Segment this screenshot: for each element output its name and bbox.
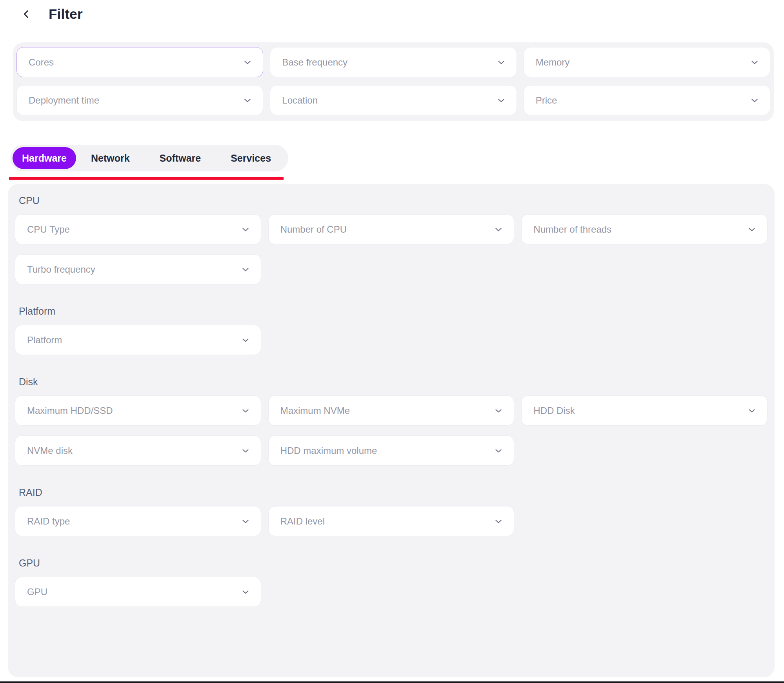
dropdown-maximum-hdd-ssd[interactable]: Maximum HDD/SSD [15, 395, 261, 426]
chevron-down-icon [240, 406, 251, 416]
dropdown-number-of-cpu[interactable]: Number of CPU [268, 214, 515, 244]
chevron-down-icon [240, 335, 251, 345]
chevron-down-icon [747, 406, 757, 416]
chevron-down-icon [749, 95, 760, 106]
dropdown-raid-level[interactable]: RAID level [268, 506, 515, 536]
dropdown-turbo-frequency[interactable]: Turbo frequency [15, 254, 261, 284]
dropdown-nvme-disk[interactable]: NVMe disk [15, 435, 261, 466]
section-cpu: CPU CPU Type Number of CPU Number of thr… [15, 196, 768, 284]
chevron-down-icon [496, 95, 506, 106]
chevron-down-icon [747, 224, 757, 235]
section-platform: Platform Platform [15, 306, 768, 355]
chevron-down-icon [493, 516, 504, 526]
dropdown-number-of-threads[interactable]: Number of threads [521, 214, 768, 244]
section-title: RAID [19, 488, 768, 497]
tab-services[interactable]: Services [216, 147, 286, 169]
section-title: Platform [19, 306, 768, 316]
chevron-down-icon [493, 224, 504, 235]
dropdown-platform[interactable]: Platform [15, 325, 261, 355]
chevron-down-icon [240, 516, 251, 526]
tab-network[interactable]: Network [76, 147, 145, 169]
section-disk: Disk Maximum HDD/SSD Maximum NVMe HDD Di… [15, 377, 768, 466]
tab-hardware[interactable]: Hardware [13, 147, 76, 169]
dropdown-deployment-time[interactable]: Deployment time [16, 85, 263, 115]
chevron-left-icon [21, 9, 32, 20]
active-tab-underline [9, 177, 284, 180]
quick-filter-panel: Cores Base frequency Memory Deployment t… [13, 42, 774, 121]
chevron-down-icon [493, 446, 504, 456]
section-raid: RAID RAID type RAID level [15, 488, 768, 536]
chevron-down-icon [242, 95, 253, 106]
dropdown-price[interactable]: Price [524, 85, 770, 115]
tabs-bar: Hardware Network Software Services [10, 145, 288, 171]
chevron-down-icon [240, 587, 251, 597]
section-title: Disk [19, 377, 768, 387]
dropdown-hdd-maximum-volume[interactable]: HDD maximum volume [268, 435, 515, 466]
chevron-down-icon [749, 57, 760, 67]
chevron-down-icon [240, 224, 251, 235]
chevron-down-icon [240, 446, 251, 456]
chevron-down-icon [496, 57, 506, 67]
tab-software[interactable]: Software [145, 147, 216, 169]
dropdown-gpu[interactable]: GPU [15, 577, 261, 607]
dropdown-hdd-disk[interactable]: HDD Disk [521, 395, 768, 426]
dropdown-raid-type[interactable]: RAID type [15, 506, 261, 536]
page-title: Filter [49, 6, 83, 22]
page-header: Filter [0, 0, 784, 22]
chevron-down-icon [242, 57, 253, 67]
section-title: CPU [19, 196, 768, 206]
section-title: GPU [19, 558, 768, 568]
dropdown-base-frequency[interactable]: Base frequency [270, 47, 517, 77]
hardware-filter-panel: CPU CPU Type Number of CPU Number of thr… [8, 184, 775, 677]
section-gpu: GPU GPU [15, 558, 768, 607]
chevron-down-icon [493, 406, 504, 416]
chevron-down-icon [240, 264, 251, 275]
dropdown-cpu-type[interactable]: CPU Type [15, 214, 261, 244]
window-bottom-edge [0, 681, 784, 683]
back-button[interactable] [20, 7, 32, 21]
dropdown-location[interactable]: Location [270, 85, 517, 115]
dropdown-cores[interactable]: Cores [16, 47, 263, 77]
dropdown-maximum-nvme[interactable]: Maximum NVMe [268, 395, 515, 426]
dropdown-memory[interactable]: Memory [524, 47, 770, 77]
